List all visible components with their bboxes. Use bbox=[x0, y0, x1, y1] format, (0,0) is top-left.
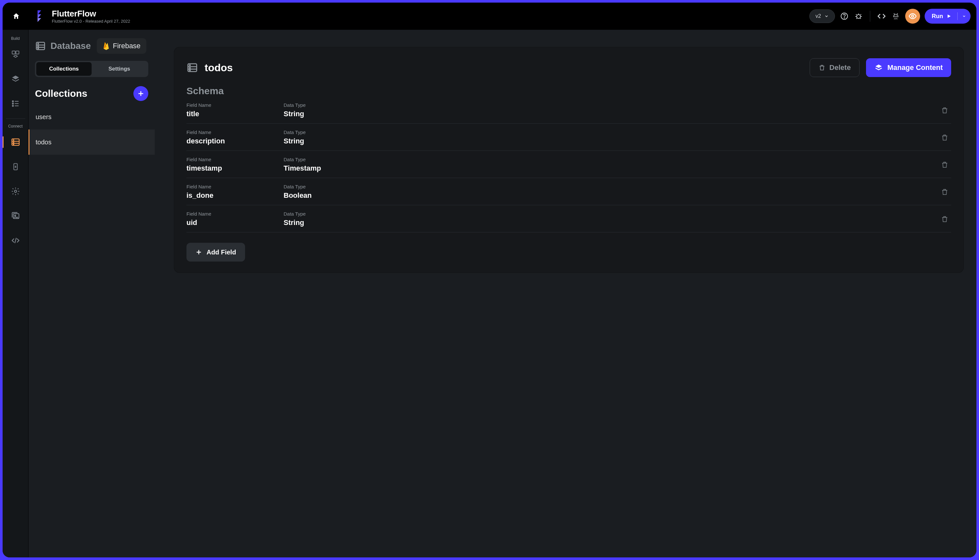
rail-settings[interactable] bbox=[8, 183, 23, 199]
sidebar-tabs: Collections Settings bbox=[35, 61, 148, 77]
main-content: todos Delete Manage Content Schema Field… bbox=[155, 30, 976, 557]
collection-title: todos bbox=[205, 62, 233, 74]
help-button[interactable] bbox=[839, 11, 849, 21]
field-name-header: Field Name bbox=[187, 211, 284, 217]
svg-point-27 bbox=[189, 70, 190, 71]
schema-field-row: Field Nameis_doneData TypeBoolean bbox=[187, 178, 951, 205]
database-icon bbox=[11, 137, 20, 147]
bug-icon bbox=[855, 12, 862, 20]
delete-field-button[interactable] bbox=[938, 185, 951, 198]
svg-point-6 bbox=[912, 15, 914, 17]
run-dropdown[interactable] bbox=[957, 14, 971, 18]
trash-icon bbox=[941, 107, 949, 114]
field-name-value: uid bbox=[187, 218, 284, 227]
device-download-icon bbox=[11, 162, 20, 171]
svg-point-26 bbox=[189, 67, 190, 68]
add-field-label: Add Field bbox=[207, 248, 236, 256]
field-type-value: String bbox=[284, 218, 938, 227]
image-gallery-icon bbox=[11, 212, 20, 220]
field-name-header: Field Name bbox=[187, 184, 284, 189]
rail-custom-code[interactable] bbox=[8, 233, 23, 248]
svg-text:APK: APK bbox=[894, 18, 898, 20]
firebase-icon bbox=[103, 42, 110, 50]
home-icon bbox=[12, 12, 20, 20]
rail-firestore[interactable] bbox=[8, 134, 23, 150]
delete-field-button[interactable] bbox=[938, 213, 951, 226]
svg-point-25 bbox=[189, 65, 190, 66]
code-button[interactable] bbox=[877, 11, 886, 21]
svg-point-23 bbox=[38, 48, 39, 49]
rail-download-code[interactable] bbox=[8, 159, 23, 175]
svg-point-22 bbox=[38, 46, 39, 47]
tab-settings[interactable]: Settings bbox=[92, 62, 147, 76]
debug-button[interactable] bbox=[854, 11, 864, 21]
field-type-value: Timestamp bbox=[284, 164, 938, 173]
play-icon bbox=[946, 13, 951, 19]
rail-list[interactable] bbox=[8, 96, 23, 112]
rail-media[interactable] bbox=[8, 208, 23, 224]
top-bar: FlutterFlow FlutterFlow v2.0 - Released … bbox=[3, 3, 976, 30]
svg-point-4 bbox=[896, 15, 897, 16]
preview-button[interactable] bbox=[905, 9, 920, 23]
svg-point-14 bbox=[13, 142, 13, 143]
delete-collection-button[interactable]: Delete bbox=[810, 58, 859, 77]
svg-point-9 bbox=[12, 101, 13, 102]
schema-field-row: Field NametimestampData TypeTimestamp bbox=[187, 151, 951, 178]
trash-icon bbox=[941, 215, 949, 223]
home-button[interactable] bbox=[3, 3, 30, 30]
collection-item-todos[interactable]: todos bbox=[28, 130, 155, 155]
provider-chip[interactable]: Firebase bbox=[97, 38, 147, 54]
field-name-value: description bbox=[187, 137, 284, 145]
data-type-header: Data Type bbox=[284, 157, 938, 162]
version-selector[interactable]: v2 bbox=[809, 9, 835, 23]
help-icon bbox=[841, 12, 848, 20]
app-title: FlutterFlow bbox=[52, 9, 130, 19]
manage-content-button[interactable]: Manage Content bbox=[866, 58, 951, 77]
field-type-value: String bbox=[284, 137, 938, 145]
schema-field-row: Field NametitleData TypeString bbox=[187, 97, 951, 123]
svg-rect-8 bbox=[16, 51, 19, 54]
rail-widgets[interactable] bbox=[8, 47, 23, 62]
field-name-header: Field Name bbox=[187, 102, 284, 108]
add-collection-button[interactable] bbox=[133, 86, 148, 101]
field-name-header: Field Name bbox=[187, 130, 284, 135]
svg-point-10 bbox=[12, 103, 13, 104]
code-icon bbox=[877, 12, 886, 20]
delete-field-button[interactable] bbox=[938, 104, 951, 117]
field-name-header: Field Name bbox=[187, 157, 284, 162]
plus-icon bbox=[195, 249, 202, 255]
collection-panel: todos Delete Manage Content Schema Field… bbox=[174, 47, 964, 273]
schema-heading: Schema bbox=[187, 85, 951, 97]
delete-field-button[interactable] bbox=[938, 158, 951, 171]
add-field-button[interactable]: Add Field bbox=[187, 243, 245, 262]
chevron-down-icon bbox=[824, 14, 829, 18]
svg-point-15 bbox=[13, 144, 13, 145]
version-label: v2 bbox=[816, 13, 821, 19]
gear-icon bbox=[11, 187, 20, 196]
eye-icon bbox=[909, 12, 917, 20]
rail-section-connect: Connect bbox=[8, 124, 23, 128]
sidebar-title: Database bbox=[50, 41, 91, 51]
list-icon bbox=[11, 99, 20, 108]
field-name-value: title bbox=[187, 110, 284, 118]
rail-pages[interactable] bbox=[8, 71, 23, 87]
delete-label: Delete bbox=[829, 63, 851, 72]
run-button[interactable]: Run bbox=[925, 9, 971, 23]
schema-field-row: Field NameuidData TypeString bbox=[187, 205, 951, 232]
tab-collections[interactable]: Collections bbox=[36, 62, 92, 76]
svg-point-17 bbox=[14, 190, 17, 193]
data-type-header: Data Type bbox=[284, 102, 938, 108]
field-name-value: timestamp bbox=[187, 164, 284, 173]
apk-download-button[interactable]: APK bbox=[891, 11, 901, 21]
run-label: Run bbox=[932, 13, 943, 20]
flutterflow-logo-icon bbox=[36, 10, 47, 22]
sidebar: Database Firebase Collections Settings C… bbox=[28, 30, 155, 557]
brand: FlutterFlow FlutterFlow v2.0 - Released … bbox=[36, 9, 130, 23]
svg-point-13 bbox=[13, 140, 13, 140]
provider-label: Firebase bbox=[113, 42, 141, 50]
widget-tree-icon bbox=[11, 50, 20, 59]
nav-rail: Build Connect bbox=[3, 30, 28, 557]
svg-point-11 bbox=[12, 105, 13, 107]
delete-field-button[interactable] bbox=[938, 131, 951, 144]
collection-item-users[interactable]: users bbox=[28, 104, 155, 130]
